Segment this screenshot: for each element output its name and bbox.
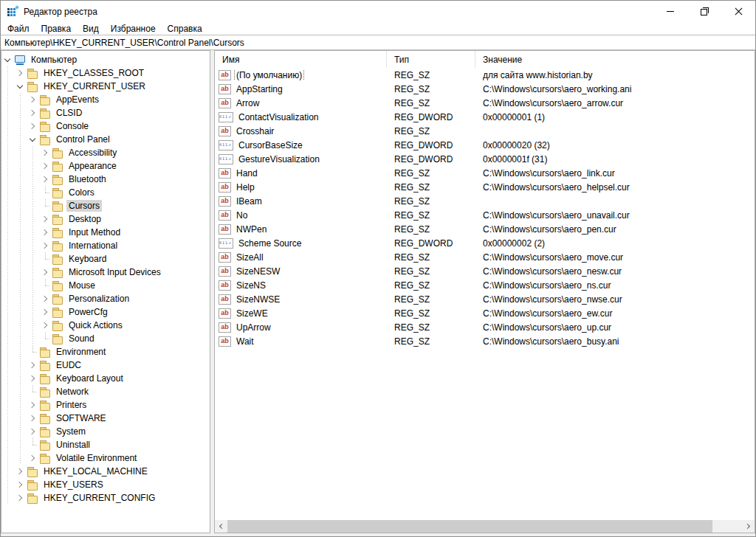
registry-value-row-contactvisualization[interactable]: ContactVisualization REG_DWORD 0x0000000… (215, 110, 755, 124)
tree-item-international[interactable]: International (1, 239, 210, 252)
tree-item-label[interactable]: Console (54, 120, 91, 132)
registry-value-row-cursorbasesize[interactable]: CursorBaseSize REG_DWORD 0x00000020 (32) (215, 138, 755, 152)
tree-item-label[interactable]: SOFTWARE (54, 412, 109, 424)
tree-item-appearance[interactable]: Appearance (1, 159, 210, 173)
registry-value-row-ibeam[interactable]: IBeam REG_SZ (215, 194, 755, 208)
menu-favorites[interactable]: Избранное (105, 24, 162, 34)
tree-expander-icon[interactable] (14, 478, 27, 491)
menu-edit[interactable]: Правка (35, 24, 78, 34)
tree-item-label[interactable]: Компьютер (29, 54, 79, 66)
registry-value-row-uparrow[interactable]: UpArrow REG_SZ C:\Windows\cursors\aero_u… (215, 320, 755, 334)
tree-expander-icon[interactable] (14, 465, 27, 478)
tree-item-label[interactable]: Bluetooth (66, 173, 109, 185)
tree-item-label[interactable]: Microsoft Input Devices (66, 266, 163, 278)
tree-expander-icon[interactable] (39, 146, 52, 159)
registry-value-row-arrow[interactable]: Arrow REG_SZ C:\Windows\cursors\aero_arr… (215, 96, 755, 110)
tree-item-label[interactable]: Input Method (66, 226, 123, 238)
tree-item-clsid[interactable]: CLSID (1, 106, 210, 119)
restore-button[interactable] (687, 1, 721, 22)
tree-item-label[interactable]: System (54, 426, 88, 437)
tree-item-label[interactable]: CLSID (54, 107, 84, 119)
tree-item-network[interactable]: Network (1, 385, 210, 398)
menu-help[interactable]: Справка (162, 24, 208, 34)
registry-value-row-по-умолчанию[interactable]: (По умолчанию) REG_SZ для сайта www.hist… (215, 68, 755, 82)
tree-item-компьютер[interactable]: Компьютер (1, 53, 210, 66)
tree-item-personalization[interactable]: Personalization (1, 292, 210, 305)
column-header-type[interactable]: Тип (387, 51, 475, 68)
registry-value-row-sizewe[interactable]: SizeWE REG_SZ C:\Windows\cursors\aero_ew… (215, 306, 755, 320)
scroll-left-button[interactable] (215, 520, 227, 533)
registry-value-row-sizeall[interactable]: SizeAll REG_SZ C:\Windows\cursors\aero_m… (215, 250, 755, 264)
tree-expander-icon[interactable] (39, 332, 52, 345)
tree-expander-icon[interactable] (39, 199, 52, 212)
tree-item-label[interactable]: HKEY_USERS (41, 479, 106, 491)
tree-expander-icon[interactable] (27, 133, 39, 146)
tree-expander-icon[interactable] (39, 252, 52, 266)
tree-item-hkey-local-machine[interactable]: HKEY_LOCAL_MACHINE (1, 465, 210, 478)
tree-item-hkey-users[interactable]: HKEY_USERS (1, 478, 210, 491)
tree-expander-icon[interactable] (27, 425, 39, 438)
tree-item-control-panel[interactable]: Control Panel (1, 133, 210, 146)
tree-item-volatile-environment[interactable]: Volatile Environment (1, 451, 210, 465)
tree-item-mouse[interactable]: Mouse (1, 279, 210, 292)
tree-expander-icon[interactable] (39, 159, 52, 173)
tree-expander-icon[interactable] (27, 106, 39, 119)
tree-expander-icon[interactable] (27, 398, 39, 412)
tree-item-label[interactable]: Keyboard (66, 253, 109, 265)
tree-expander-icon[interactable] (39, 319, 52, 332)
tree-item-label[interactable]: HKEY_CURRENT_CONFIG (41, 492, 157, 504)
tree-expander-icon[interactable] (1, 53, 14, 66)
tree-expander-icon[interactable] (39, 239, 52, 252)
tree-item-label[interactable]: Sound (66, 333, 97, 344)
tree-expander-icon[interactable] (27, 385, 39, 398)
column-header-value[interactable]: Значение (475, 51, 755, 68)
tree-item-label[interactable]: Quick Actions (66, 319, 125, 331)
tree-item-label[interactable]: PowerCfg (66, 306, 110, 318)
scroll-right-button[interactable] (742, 520, 755, 533)
registry-value-row-sizenesw[interactable]: SizeNESW REG_SZ C:\Windows\cursors\aero_… (215, 264, 755, 278)
tree-item-label[interactable]: HKEY_LOCAL_MACHINE (41, 465, 150, 477)
registry-value-row-appstarting[interactable]: AppStarting REG_SZ C:\Windows\cursors\ae… (215, 82, 755, 96)
tree-expander-icon[interactable] (27, 93, 39, 106)
tree-item-bluetooth[interactable]: Bluetooth (1, 173, 210, 186)
tree-item-eudc[interactable]: EUDC (1, 358, 210, 372)
column-header-name[interactable]: Имя (215, 51, 387, 68)
tree-item-keyboard-layout[interactable]: Keyboard Layout (1, 372, 210, 385)
tree-item-colors[interactable]: Colors (1, 186, 210, 199)
tree-expander-icon[interactable] (27, 358, 39, 372)
tree-expander-icon[interactable] (39, 292, 52, 305)
tree-expander-icon[interactable] (39, 305, 52, 319)
tree-item-keyboard[interactable]: Keyboard (1, 252, 210, 266)
tree-expander-icon[interactable] (39, 279, 52, 292)
registry-value-row-help[interactable]: Help REG_SZ C:\Windows\cursors\aero_help… (215, 180, 755, 194)
tree-item-label[interactable]: AppEvents (54, 94, 101, 105)
tree-item-input-method[interactable]: Input Method (1, 226, 210, 239)
tree-item-environment[interactable]: Environment (1, 345, 210, 358)
minimize-button[interactable] (653, 1, 687, 22)
tree-item-microsoft-input-devices[interactable]: Microsoft Input Devices (1, 266, 210, 279)
tree-item-label[interactable]: Keyboard Layout (54, 373, 126, 384)
registry-value-row-wait[interactable]: Wait REG_SZ C:\Windows\cursors\aero_busy… (215, 334, 755, 348)
tree-item-label[interactable]: Mouse (66, 280, 97, 291)
registry-value-row-sizenwse[interactable]: SizeNWSE REG_SZ C:\Windows\cursors\aero_… (215, 292, 755, 306)
tree-item-accessibility[interactable]: Accessibility (1, 146, 210, 159)
registry-value-row-scheme-source[interactable]: Scheme Source REG_DWORD 0x00000002 (2) (215, 236, 755, 250)
tree-expander-icon[interactable] (27, 438, 39, 451)
tree-expander-icon[interactable] (14, 80, 27, 93)
tree-item-label[interactable]: Personalization (66, 293, 131, 305)
tree-item-hkey-current-config[interactable]: HKEY_CURRENT_CONFIG (1, 491, 210, 505)
tree-item-label[interactable]: Cursors (66, 200, 102, 212)
menu-file[interactable]: Файл (1, 24, 35, 34)
tree-item-console[interactable]: Console (1, 119, 210, 133)
tree-item-label[interactable]: Network (54, 386, 91, 398)
menu-view[interactable]: Вид (77, 24, 105, 34)
registry-value-row-gesturevisualization[interactable]: GestureVisualization REG_DWORD 0x0000001… (215, 152, 755, 166)
tree-item-label[interactable]: HKEY_CURRENT_USER (41, 80, 148, 92)
tree-item-desktop[interactable]: Desktop (1, 212, 210, 226)
tree-expander-icon[interactable] (27, 412, 39, 425)
tree-expander-icon[interactable] (14, 491, 27, 505)
tree-expander-icon[interactable] (39, 212, 52, 226)
tree-expander-icon[interactable] (27, 372, 39, 385)
tree-expander-icon[interactable] (27, 451, 39, 465)
tree-item-sound[interactable]: Sound (1, 332, 210, 345)
